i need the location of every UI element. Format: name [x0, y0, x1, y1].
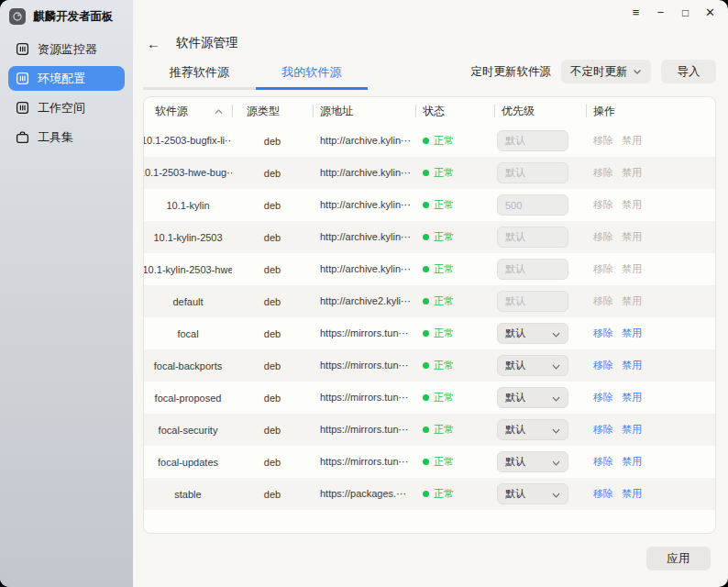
remove-link: 移除	[593, 198, 613, 212]
table-row: 10.1-2503-bugfix-li⋯debhttp://archive.ky…	[144, 125, 715, 157]
sidebar-item-environment-config[interactable]: 环境配置	[8, 66, 125, 91]
remove-link[interactable]: 移除	[593, 391, 613, 404]
source-name-cell: 10.1-kylin	[144, 189, 232, 221]
schedule-update-select[interactable]: 不定时更新	[561, 60, 651, 83]
priority-input-disabled: 默认	[497, 291, 568, 312]
table-row: 10.1-kylin-2503debhttp://archive.kylin⋯正…	[144, 221, 715, 253]
tab-my-sources[interactable]: 我的软件源	[256, 59, 369, 90]
priority-select[interactable]: 默认	[497, 387, 568, 408]
menu-icon[interactable]: ≡	[623, 0, 648, 26]
status-text: 正常	[434, 294, 454, 308]
remove-link[interactable]: 移除	[593, 359, 613, 372]
remove-link[interactable]: 移除	[593, 487, 613, 501]
source-type-cell: deb	[232, 349, 313, 382]
sidebar-item-workspace[interactable]: 工作空间	[8, 95, 125, 120]
back-button[interactable]: ←	[147, 37, 160, 50]
disable-link[interactable]: 禁用	[622, 487, 642, 501]
status-dot-icon	[423, 491, 429, 497]
status-cell: 正常	[415, 478, 494, 510]
status-cell: 正常	[415, 349, 494, 382]
status-text: 正常	[434, 262, 454, 276]
priority-select[interactable]: 默认	[497, 355, 568, 376]
app-title-bar: 麒麟开发者面板	[0, 0, 133, 31]
source-url-cell: http://archive.kylin⋯	[313, 253, 415, 285]
tab-recommended-sources[interactable]: 推荐软件源	[143, 59, 256, 90]
priority-cell: 默认	[494, 478, 586, 510]
source-url-cell: https://mirrors.tun⋯	[313, 446, 415, 478]
status-dot-icon	[423, 234, 429, 240]
priority-cell: 默认	[494, 221, 586, 253]
status-text: 正常	[434, 327, 454, 340]
source-url-cell: http://archive.kylin⋯	[313, 125, 415, 157]
priority-input-disabled: 500	[497, 194, 568, 216]
column-header-source[interactable]: 软件源	[144, 97, 232, 125]
source-url-cell: https://mirrors.tun⋯	[313, 382, 415, 414]
table-row: focal-securitydebhttps://mirrors.tun⋯正常默…	[144, 414, 715, 446]
main-area: ≡ − □ ✕ ← 软件源管理 推荐软件源我的软件源 定时更新软件源 不定时更新…	[133, 0, 728, 587]
status-dot-icon	[423, 362, 429, 369]
status-cell: 正常	[415, 189, 494, 221]
actions-cell: 移除禁用	[586, 478, 715, 510]
disable-link: 禁用	[622, 230, 642, 244]
source-type-cell: deb	[232, 382, 313, 414]
apply-button[interactable]: 应用	[646, 547, 711, 570]
status-dot-icon	[423, 298, 429, 305]
source-type-cell: deb	[232, 478, 313, 510]
footer: 应用	[133, 534, 728, 570]
priority-select[interactable]: 默认	[497, 483, 568, 504]
status-dot-icon	[423, 459, 429, 465]
status-text: 正常	[434, 423, 454, 437]
chevron-down-icon	[552, 425, 560, 436]
sort-ascending-icon[interactable]	[215, 105, 223, 117]
monitor-panel-icon	[16, 42, 29, 56]
titlebar: ≡ − □ ✕	[133, 0, 728, 26]
priority-value: 默认	[505, 327, 525, 340]
priority-value: 默认	[505, 455, 525, 469]
source-type-cell: deb	[232, 157, 313, 189]
disable-link[interactable]: 禁用	[622, 327, 642, 340]
source-name-cell: 10.1-kylin-2503-hwe	[144, 253, 232, 285]
source-type-cell: deb	[232, 253, 313, 285]
source-name-cell: focal-security	[144, 414, 232, 446]
source-name-cell: 10.1-2503-bugfix-li⋯	[144, 125, 232, 157]
priority-cell: 默认	[494, 253, 586, 285]
actions-cell: 移除禁用	[586, 382, 715, 414]
sidebar-item-toolset[interactable]: 工具集	[8, 125, 125, 150]
import-button[interactable]: 导入	[661, 60, 716, 83]
remove-link[interactable]: 移除	[593, 423, 613, 437]
source-type-cell: deb	[232, 317, 313, 349]
disable-link[interactable]: 禁用	[622, 359, 642, 372]
disable-link[interactable]: 禁用	[622, 391, 642, 404]
sidebar-item-label: 资源监控器	[38, 41, 97, 58]
source-url-cell: https://packages.⋯	[313, 478, 415, 510]
remove-link: 移除	[593, 262, 613, 276]
priority-select[interactable]: 默认	[497, 323, 568, 344]
remove-link: 移除	[593, 166, 613, 180]
source-url-cell: https://mirrors.tun⋯	[313, 317, 415, 349]
source-type-cell: deb	[232, 221, 313, 253]
source-type-cell: deb	[232, 189, 313, 221]
remove-link[interactable]: 移除	[593, 327, 613, 340]
status-dot-icon	[423, 266, 429, 272]
schedule-update-value: 不定时更新	[570, 64, 628, 80]
column-header-type: 源类型	[232, 97, 313, 125]
close-button[interactable]: ✕	[698, 0, 722, 26]
app-logo-icon	[9, 8, 26, 25]
priority-input-disabled: 默认	[497, 259, 568, 280]
priority-cell: 默认	[494, 446, 586, 478]
priority-select[interactable]: 默认	[497, 419, 568, 440]
disable-link: 禁用	[622, 166, 642, 180]
maximize-button[interactable]: □	[673, 0, 698, 26]
disable-link[interactable]: 禁用	[622, 423, 642, 437]
status-dot-icon	[423, 394, 429, 401]
sidebar-item-resource-monitor[interactable]: 资源监控器	[8, 37, 125, 61]
source-url-cell: http://archive.kylin⋯	[313, 221, 415, 253]
source-type-cell: deb	[232, 446, 313, 478]
remove-link[interactable]: 移除	[593, 455, 613, 469]
sidebar-nav: 资源监控器环境配置工作空间工具集	[0, 31, 133, 155]
minimize-button[interactable]: −	[648, 0, 673, 26]
actions-cell: 移除禁用	[586, 189, 715, 221]
priority-select[interactable]: 默认	[497, 451, 568, 472]
app-window: 麒麟开发者面板 资源监控器环境配置工作空间工具集 ≡ − □ ✕ ← 软件源管理…	[0, 0, 728, 587]
disable-link[interactable]: 禁用	[622, 455, 642, 469]
